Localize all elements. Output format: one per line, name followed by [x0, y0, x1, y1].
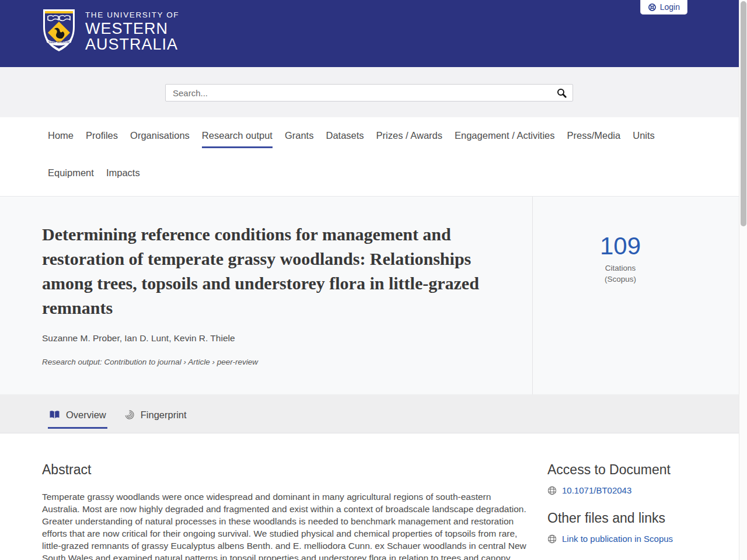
tab-fingerprint[interactable]: Fingerprint	[123, 399, 188, 429]
scrollbar-thumb[interactable]	[741, 1, 746, 226]
abstract-heading: Abstract	[42, 462, 528, 478]
publication-title: Determining reference conditions for man…	[42, 222, 516, 320]
uwa-crest-icon: SEEK WISDOM	[42, 8, 76, 54]
search-button[interactable]	[554, 88, 573, 98]
login-label: Login	[660, 2, 680, 12]
globe-icon	[547, 534, 557, 544]
fingerprint-icon	[124, 410, 135, 420]
nav-item-home[interactable]: Home	[48, 130, 74, 148]
search-icon	[557, 88, 567, 98]
open-book-icon	[49, 410, 60, 419]
site-header: SEEK WISDOM THE UNIVERSITY OF WESTERN AU…	[0, 0, 739, 67]
nav-item-equipment[interactable]: Equipment	[48, 167, 94, 184]
nav-item-profiles[interactable]: Profiles	[86, 130, 118, 148]
main-navigation: Home Profiles Organisations Research out…	[0, 117, 739, 196]
search-input[interactable]	[166, 88, 554, 98]
scopus-link[interactable]: Link to publication in Scopus	[562, 534, 673, 544]
publication-type-line: Research output: Contribution to journal…	[42, 358, 516, 366]
vertical-divider	[532, 197, 533, 394]
doi-link[interactable]: 10.1071/BT02043	[562, 485, 631, 495]
nav-item-datasets[interactable]: Datasets	[326, 130, 364, 148]
search-band	[0, 67, 739, 117]
nav-row-1: Home Profiles Organisations Research out…	[0, 117, 739, 148]
page-scrollbar[interactable]	[739, 0, 747, 560]
links-column: Access to Document 10.1071/BT02043 Other…	[547, 462, 734, 544]
nav-item-prizes-awards[interactable]: Prizes / Awards	[376, 130, 442, 148]
nav-item-engagement-activities[interactable]: Engagement / Activities	[455, 130, 555, 148]
other-files-heading: Other files and links	[547, 510, 734, 526]
login-helm-icon	[648, 3, 657, 12]
citation-metrics: 109 Citations (Scopus)	[532, 233, 708, 285]
citations-source: (Scopus)	[532, 274, 708, 285]
logo-line1: THE UNIVERSITY OF	[85, 10, 179, 19]
content-area: Abstract Temperate grassy woodlands were…	[0, 434, 739, 560]
publication-header-section: Determining reference conditions for man…	[0, 196, 739, 394]
doi-link-row[interactable]: 10.1071/BT02043	[547, 485, 734, 495]
nav-item-organisations[interactable]: Organisations	[130, 130, 190, 148]
abstract-section: Abstract Temperate grassy woodlands were…	[42, 462, 528, 560]
publication-authors: Suzanne M. Prober, Ian D. Lunt, Kevin R.…	[42, 333, 516, 344]
nav-item-grants[interactable]: Grants	[285, 130, 314, 148]
nav-row-2: Equipment Impacts	[0, 148, 739, 184]
citations-label: Citations	[532, 262, 708, 274]
nav-item-research-output[interactable]: Research output	[202, 130, 273, 148]
nav-item-press-media[interactable]: Press/Media	[567, 130, 621, 148]
access-to-document-heading: Access to Document	[547, 462, 734, 478]
abstract-text: Temperate grassy woodlands were once wid…	[42, 491, 528, 560]
scopus-link-row[interactable]: Link to publication in Scopus	[547, 534, 734, 544]
logo-line2: WESTERN	[85, 21, 179, 37]
login-button[interactable]: Login	[640, 0, 687, 15]
logo-line3: AUSTRALIA	[85, 37, 179, 52]
citations-count[interactable]: 109	[532, 233, 708, 259]
tab-overview[interactable]: Overview	[48, 399, 107, 429]
publication-summary: Determining reference conditions for man…	[42, 222, 516, 366]
search-box	[165, 84, 573, 102]
uwa-logo[interactable]: SEEK WISDOM THE UNIVERSITY OF WESTERN AU…	[42, 8, 179, 54]
tab-overview-label: Overview	[66, 410, 106, 421]
nav-item-impacts[interactable]: Impacts	[106, 167, 140, 184]
tab-fingerprint-label: Fingerprint	[141, 410, 187, 421]
tab-bar: Overview Fingerprint	[0, 394, 739, 433]
page: SEEK WISDOM THE UNIVERSITY OF WESTERN AU…	[0, 0, 747, 560]
nav-item-units[interactable]: Units	[633, 130, 655, 148]
globe-icon	[547, 486, 557, 495]
logo-text: THE UNIVERSITY OF WESTERN AUSTRALIA	[85, 10, 179, 52]
crest-motto: SEEK WISDOM	[48, 40, 69, 44]
